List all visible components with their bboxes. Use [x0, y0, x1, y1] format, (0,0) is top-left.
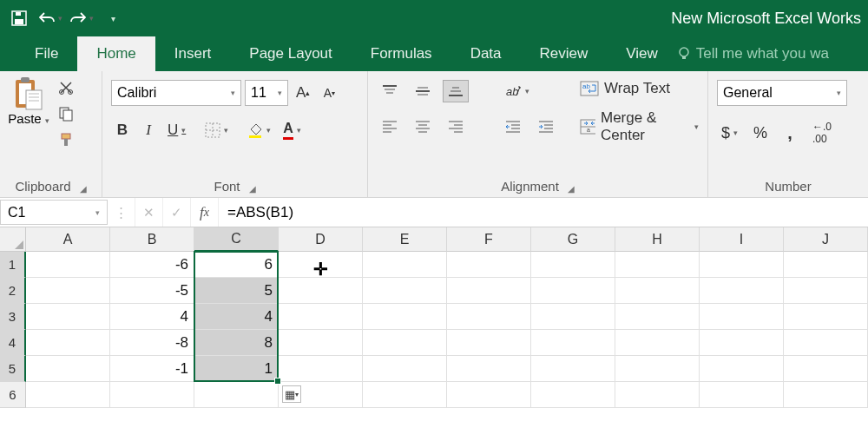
cell-I3[interactable] — [700, 304, 784, 330]
cell-I1[interactable] — [700, 252, 784, 278]
worksheet-grid[interactable]: ABCDEFGHIJ 123456 -66-5544-88-11 ▦▾ ✛ — [0, 227, 868, 441]
cell-H1[interactable] — [615, 252, 700, 278]
percent-button[interactable]: % — [749, 118, 772, 148]
tab-insert[interactable]: Insert — [155, 36, 231, 71]
col-header-G[interactable]: G — [531, 227, 615, 252]
row-header-4[interactable]: 4 — [0, 330, 26, 356]
cell-E3[interactable] — [363, 304, 447, 330]
cell-G2[interactable] — [531, 278, 615, 304]
save-icon[interactable] — [7, 6, 31, 30]
font-color-button[interactable]: A — [279, 118, 306, 142]
cut-button[interactable] — [54, 76, 78, 99]
cell-F1[interactable] — [447, 252, 531, 278]
formula-input[interactable]: =ABS(B1) — [219, 198, 868, 227]
cell-D2[interactable] — [279, 278, 363, 304]
cell-B4[interactable]: -8 — [110, 330, 194, 356]
col-header-J[interactable]: J — [784, 227, 868, 252]
cell-A6[interactable] — [26, 382, 110, 408]
cell-I6[interactable] — [700, 382, 784, 408]
comma-button[interactable]: , — [779, 118, 801, 148]
tell-me[interactable]: Tell me what you wa — [677, 36, 829, 71]
cell-G4[interactable] — [531, 330, 615, 356]
row-header-3[interactable]: 3 — [0, 304, 26, 330]
name-box[interactable]: C1 ▾ — [0, 200, 108, 225]
wrap-text-button[interactable]: ab Wrap Text — [580, 80, 699, 97]
cell-B6[interactable] — [110, 382, 194, 408]
cell-B2[interactable]: -5 — [110, 278, 194, 304]
cell-D5[interactable] — [279, 356, 363, 382]
cell-C6[interactable] — [194, 382, 279, 408]
font-name-combo[interactable]: Calibri▾ — [111, 80, 241, 106]
fill-handle[interactable] — [274, 378, 281, 385]
font-dialog-launcher[interactable]: ◢ — [249, 184, 256, 194]
cell-J6[interactable] — [784, 382, 868, 408]
underline-button[interactable]: U — [163, 119, 190, 142]
cell-I4[interactable] — [700, 330, 784, 356]
cell-C3[interactable]: 4 — [194, 304, 279, 330]
cell-H2[interactable] — [615, 278, 700, 304]
cell-H6[interactable] — [615, 382, 700, 408]
cell-H5[interactable] — [615, 356, 700, 382]
autofill-options-button[interactable]: ▦▾ — [282, 385, 301, 403]
cell-A5[interactable] — [26, 356, 110, 382]
cell-J4[interactable] — [784, 330, 868, 356]
tab-formulas[interactable]: Formulas — [352, 36, 451, 71]
number-format-combo[interactable]: General▾ — [717, 80, 847, 106]
col-header-F[interactable]: F — [447, 227, 531, 252]
tab-review[interactable]: Review — [521, 36, 608, 71]
row-header-6[interactable]: 6 — [0, 382, 26, 408]
accounting-format-button[interactable]: $ — [717, 118, 742, 148]
cell-C4[interactable]: 8 — [194, 330, 279, 356]
col-header-A[interactable]: A — [26, 227, 110, 252]
cell-D3[interactable] — [279, 304, 363, 330]
cell-G6[interactable] — [531, 382, 615, 408]
cell-J5[interactable] — [784, 356, 868, 382]
tab-page-layout[interactable]: Page Layout — [230, 36, 351, 71]
alignment-dialog-launcher[interactable]: ◢ — [568, 184, 575, 194]
cell-J2[interactable] — [784, 278, 868, 304]
customize-qat-icon[interactable]: ▾ — [101, 6, 125, 30]
cell-B3[interactable]: 4 — [110, 304, 194, 330]
cell-A2[interactable] — [26, 278, 110, 304]
cell-C5[interactable]: 1 — [194, 356, 279, 382]
align-top-button[interactable] — [377, 80, 403, 102]
orientation-button[interactable]: ab — [500, 80, 534, 102]
cell-A4[interactable] — [26, 330, 110, 356]
fill-color-button[interactable] — [243, 119, 275, 142]
format-painter-button[interactable] — [54, 128, 78, 151]
cell-G5[interactable] — [531, 356, 615, 382]
borders-button[interactable] — [201, 119, 233, 142]
tab-file[interactable]: File — [16, 36, 77, 71]
cell-E2[interactable] — [363, 278, 447, 304]
cell-E4[interactable] — [363, 330, 447, 356]
tab-data[interactable]: Data — [451, 36, 521, 71]
tab-home[interactable]: Home — [77, 36, 155, 71]
cancel-formula-button[interactable]: ✕ — [135, 198, 163, 227]
cell-F5[interactable] — [447, 356, 531, 382]
italic-button[interactable]: I — [137, 119, 160, 142]
col-header-H[interactable]: H — [615, 227, 700, 252]
align-bottom-button[interactable] — [443, 80, 469, 102]
cell-D4[interactable] — [279, 330, 363, 356]
cell-F6[interactable] — [447, 382, 531, 408]
col-header-B[interactable]: B — [110, 227, 194, 252]
tab-view[interactable]: View — [607, 36, 677, 71]
cell-J1[interactable] — [784, 252, 868, 278]
row-header-5[interactable]: 5 — [0, 356, 26, 382]
col-header-E[interactable]: E — [363, 227, 447, 252]
increase-indent-button[interactable] — [533, 115, 559, 137]
redo-button[interactable] — [69, 6, 94, 30]
cell-E1[interactable] — [363, 252, 447, 278]
merge-center-button[interactable]: a Merge & Center — [580, 109, 699, 144]
row-header-2[interactable]: 2 — [0, 278, 26, 304]
cell-I2[interactable] — [700, 278, 784, 304]
paste-button[interactable]: Paste — [9, 76, 49, 126]
cell-G1[interactable] — [531, 252, 615, 278]
cell-C1[interactable]: 6 — [194, 252, 279, 278]
bold-button[interactable]: B — [111, 119, 134, 142]
col-header-I[interactable]: I — [700, 227, 784, 252]
cell-B1[interactable]: -6 — [110, 252, 194, 278]
cell-A3[interactable] — [26, 304, 110, 330]
cell-J3[interactable] — [784, 304, 868, 330]
clipboard-dialog-launcher[interactable]: ◢ — [80, 184, 87, 194]
